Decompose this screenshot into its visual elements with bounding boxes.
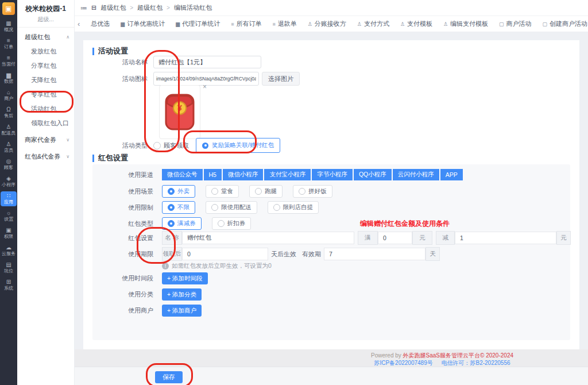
sidebar-item-cloud-services[interactable]: ☁云服务: [1, 243, 17, 258]
sidebar-item-overview[interactable]: ▦概况: [1, 19, 17, 34]
sidebar-item-courier[interactable]: ♙配送员: [1, 122, 17, 137]
minus-amount-label: 减: [436, 231, 455, 245]
collapse-menu-icon[interactable]: ≔: [80, 4, 87, 12]
tab-preferred[interactable]: 总优选: [91, 20, 110, 28]
radio-unselected-icon: [218, 220, 225, 227]
scene-dine-in[interactable]: 堂食: [206, 185, 239, 198]
breadcrumb-item[interactable]: 超级红包: [137, 3, 163, 12]
list-icon: ≡: [1, 37, 17, 44]
chart-icon: ▆: [1, 72, 17, 78]
type-full-reduction[interactable]: 满减券: [162, 217, 202, 230]
remove-image-icon[interactable]: ×: [203, 83, 207, 91]
limit-pickup[interactable]: 限到店自提: [268, 201, 319, 214]
add-category-button[interactable]: + 添加分类: [162, 288, 202, 301]
choose-image-button[interactable]: 选择图片: [262, 72, 300, 86]
radio-selected-icon: [202, 143, 208, 149]
tab-payment-methods[interactable]: ♙支付方式: [357, 20, 389, 28]
tab-split-receivers[interactable]: ♙分账接收方: [308, 20, 346, 28]
packet-type-row: 红包类型 满减券 折扣券 编辑赠付红包金额及使用条件: [92, 217, 570, 230]
save-button[interactable]: 保存: [155, 371, 183, 383]
tab-merchant-activity[interactable]: ▢商户活动: [499, 20, 532, 28]
app-logo-image-icon[interactable]: ▣: [2, 2, 15, 15]
category-label: 使用分类: [92, 290, 162, 299]
limit-delivery[interactable]: 限使用配送: [206, 201, 257, 214]
list-icon: ≡: [1, 55, 17, 61]
tabs-scroll-left-icon[interactable]: ‹: [78, 20, 80, 28]
tab-all-orders[interactable]: ≡所有订单: [231, 20, 261, 28]
days-effective-label: 天后生效: [271, 250, 296, 259]
menu-group-merchant-voucher[interactable]: 商家代金券 ∨: [17, 132, 74, 147]
radio-reward-strategy-grant[interactable]: 奖励策略关联/赠付红包: [196, 138, 280, 153]
edit-activity-form: 活动设置 活动名称 活动图标 选择图片 ¥ × 活动类型 顾客领取 奖励策略关联…: [83, 40, 579, 349]
channel-wechat-mini[interactable]: 微信小程序: [223, 169, 264, 180]
tab-refund-orders[interactable]: ≡退款单: [272, 20, 296, 28]
activity-name-label: 活动名称: [83, 58, 153, 67]
sidebar-item-slots[interactable]: ▤坑位: [1, 260, 17, 275]
sidebar-item-mini-program[interactable]: ◈小程序: [1, 174, 17, 189]
sidebar-item-system[interactable]: ⊞系统: [1, 278, 17, 292]
menu-group-super-redpacket[interactable]: 超级红包 ∧: [17, 29, 74, 44]
add-merchant-button[interactable]: + 添加商户: [162, 305, 202, 317]
packet-name-input[interactable]: [182, 232, 354, 244]
icp-link[interactable]: 苏ICP备2022007489号: [374, 360, 432, 366]
yuan-unit-label: 元: [556, 231, 571, 245]
store-title: 校米粒校园-1: [17, 4, 74, 14]
type-discount[interactable]: 折扣券: [212, 217, 252, 230]
sidebar-item-face-to-face-pay[interactable]: ≡当面付: [1, 53, 17, 68]
sidebar-item-merchants[interactable]: ⌂商户: [1, 88, 17, 103]
sidebar-item-apps[interactable]: ∷应用: [1, 191, 17, 206]
activity-type-label: 活动类型: [83, 141, 153, 150]
scene-group-meal[interactable]: 拼好饭: [293, 185, 332, 198]
activity-name-input[interactable]: [153, 56, 261, 68]
powered-by-line: Powered by 外卖跑腿SaaS服务管理云平台© 2020-2024: [310, 352, 574, 360]
sidebar-item-permissions[interactable]: ▣权限: [1, 226, 17, 241]
scene-takeout[interactable]: 外卖: [162, 185, 195, 198]
channel-h5[interactable]: H5: [204, 169, 222, 180]
full-amount-input[interactable]: [378, 232, 412, 244]
menu-item-redpacket-entry[interactable]: 领取红包入口: [17, 116, 74, 130]
limit-none[interactable]: 不限: [162, 201, 195, 214]
channel-alipay-mini[interactable]: 支付宝小程序: [264, 169, 311, 180]
menu-group-redpacket-voucher[interactable]: 红包&代金券 ∨: [17, 149, 74, 164]
tab-create-merchant-activity[interactable]: ▢创建商户活动: [543, 20, 588, 28]
channel-app[interactable]: APP: [440, 169, 463, 180]
channel-qq-mini[interactable]: QQ小程序: [354, 169, 392, 180]
store-icon: ⌂: [1, 89, 17, 95]
breadcrumb-item[interactable]: 超级红包: [100, 3, 126, 12]
sidebar-item-orders[interactable]: ≡订单: [1, 36, 17, 51]
sidebar-item-settings[interactable]: ☼设置: [1, 209, 17, 224]
sidebar-item-after-sales[interactable]: Ω售后: [1, 105, 17, 120]
tab-order-discount-stats[interactable]: ▆订单优惠统计: [121, 20, 165, 28]
menu-item-sky-redpacket[interactable]: 天降红包: [17, 73, 74, 87]
tab-payment-template[interactable]: ♙支付模板: [400, 20, 432, 28]
scene-errand[interactable]: 跑腿: [249, 185, 283, 198]
activity-icon-row: 活动图标 选择图片: [83, 72, 300, 86]
sidebar-item-customer[interactable]: ◎顾客: [1, 157, 17, 172]
channel-row: 使用渠道 微信公众号 H5 微信小程序 支付宝小程序 字节小程序 QQ小程序 云…: [92, 169, 570, 180]
folder-icon: ⊟: [91, 4, 96, 11]
valid-days-input[interactable]: [324, 248, 425, 260]
radio-customer-claim[interactable]: 顾客领取: [153, 141, 189, 150]
person-icon: ♙: [357, 21, 362, 27]
person-icon: ♙: [308, 21, 312, 27]
channel-bytedance-mini[interactable]: 字节小程序: [312, 169, 353, 180]
apps-grid-icon: ∷: [1, 192, 17, 199]
menu-item-activity-redpacket[interactable]: 活动红包: [17, 102, 74, 116]
sidebar-item-staff[interactable]: ♙店员: [1, 140, 17, 155]
add-time-slot-button[interactable]: + 添加时间段: [162, 272, 208, 284]
license-link[interactable]: 电信许可：苏B2-20220556: [442, 360, 510, 366]
sidebar-item-data[interactable]: ▆数据: [1, 71, 17, 86]
svg-text:¥: ¥: [177, 103, 182, 113]
day-unit-label: 天: [425, 247, 440, 261]
menu-item-share-redpacket[interactable]: 分享红包: [17, 59, 74, 73]
minus-amount-input[interactable]: [455, 232, 556, 244]
tab-agent-order-stats[interactable]: ▆代理订单统计: [176, 20, 220, 28]
menu-item-exclusive-redpacket[interactable]: 专享红包: [17, 87, 74, 102]
channel-unionpay-mini[interactable]: 云闪付小程序: [393, 169, 439, 180]
after-days-input[interactable]: [182, 248, 268, 260]
category-row: 使用分类 + 添加分类: [92, 288, 570, 301]
menu-item-grant-redpacket[interactable]: 发放红包: [17, 44, 74, 59]
packet-type-label: 红包类型: [92, 220, 162, 228]
channel-wechat-official[interactable]: 微信公众号: [162, 169, 203, 180]
tab-edit-payment-template[interactable]: ♙编辑支付模板: [443, 20, 488, 28]
